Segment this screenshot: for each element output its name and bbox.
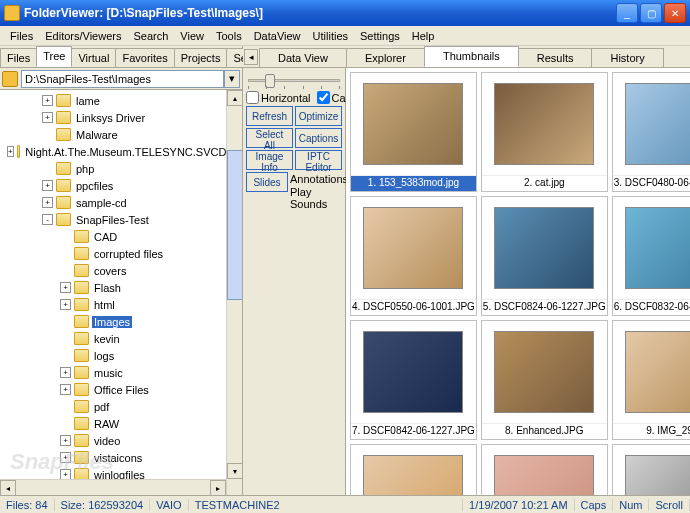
thumbnail-image xyxy=(363,207,463,289)
expander-icon[interactable]: - xyxy=(42,214,53,225)
scroll-right-button[interactable]: ▸ xyxy=(210,480,226,495)
expander-icon[interactable]: + xyxy=(42,112,53,123)
path-dropdown[interactable]: ▾ xyxy=(224,70,240,88)
captions-checkbox[interactable] xyxy=(317,91,330,104)
left-tab-projects[interactable]: Projects xyxy=(174,48,228,67)
menu-editorsviewers[interactable]: Editors/Viewers xyxy=(39,28,127,44)
menu-dataview[interactable]: DataView xyxy=(248,28,307,44)
left-tab-favorites[interactable]: Favorites xyxy=(115,48,174,67)
tree-node[interactable]: kevin xyxy=(2,330,240,347)
tree-node[interactable]: +Flash xyxy=(2,279,240,296)
tree-node[interactable]: CAD xyxy=(2,228,240,245)
tree-node[interactable]: +music xyxy=(2,364,240,381)
left-tab-tree[interactable]: Tree xyxy=(36,46,72,67)
right-tab-thumbnails[interactable]: Thumbnails xyxy=(424,46,519,67)
menu-bar: FilesEditors/ViewersSearchViewToolsDataV… xyxy=(0,26,690,46)
select-all-button[interactable]: Select All xyxy=(246,128,293,148)
status-num: Num xyxy=(613,499,649,511)
expander-icon[interactable]: + xyxy=(42,180,53,191)
thumbnail[interactable]: 5. DSCF0824-06-1227.JPG xyxy=(481,196,608,316)
slides-button[interactable]: Slides xyxy=(246,172,288,192)
folder-icon xyxy=(74,383,89,396)
thumbnail[interactable]: 8. Enhanced.JPG xyxy=(481,320,608,440)
tree-node[interactable]: Malware xyxy=(2,126,240,143)
thumbnail[interactable]: 4. DSCF0550-06-1001.JPG xyxy=(350,196,477,316)
maximize-button[interactable]: ▢ xyxy=(640,3,662,23)
thumbnail[interactable]: 7. DSCF0842-06-1227.JPG xyxy=(350,320,477,440)
minimize-button[interactable]: _ xyxy=(616,3,638,23)
menu-search[interactable]: Search xyxy=(127,28,174,44)
folder-icon xyxy=(74,349,89,362)
thumbnail[interactable]: 2. cat.jpg xyxy=(481,72,608,192)
tree-node[interactable]: RAW xyxy=(2,415,240,432)
tree-label: lame xyxy=(74,95,102,107)
optimize-button[interactable]: Optimize xyxy=(295,106,342,126)
tree-node[interactable]: Images xyxy=(2,313,240,330)
expander-icon[interactable]: + xyxy=(60,282,71,293)
tree-node[interactable]: +Night.At.The.Museum.TELESYNC.SVCD-C xyxy=(2,143,240,160)
expander-icon[interactable]: + xyxy=(7,146,14,157)
scroll-down-button[interactable]: ▾ xyxy=(227,463,242,479)
tree-hscrollbar[interactable]: ◂ ▸ xyxy=(0,479,226,495)
captions-button[interactable]: Captions xyxy=(295,128,342,148)
expander-icon[interactable]: + xyxy=(60,435,71,446)
tree-node[interactable]: +ppcfiles xyxy=(2,177,240,194)
right-tab-dataview[interactable]: Data View xyxy=(259,48,347,67)
horizontal-checkbox[interactable] xyxy=(246,91,259,104)
menu-help[interactable]: Help xyxy=(406,28,441,44)
tree-node[interactable]: +sample-cd xyxy=(2,194,240,211)
scroll-thumb[interactable] xyxy=(227,150,242,300)
tab-prev-button[interactable]: ◂ xyxy=(244,49,258,65)
menu-utilities[interactable]: Utilities xyxy=(307,28,354,44)
image-info-button[interactable]: Image Info xyxy=(246,150,293,170)
scroll-up-button[interactable]: ▴ xyxy=(227,90,242,106)
thumbnail-caption: 8. Enhanced.JPG xyxy=(482,423,607,439)
thumbnail[interactable]: 12. IMG_3915_sketch.JPG xyxy=(612,444,690,495)
thumbnail[interactable]: 1. 153_5383mod.jpg xyxy=(350,72,477,192)
thumbnail[interactable]: 9. IMG_2955 xyxy=(612,320,690,440)
refresh-button[interactable]: Refresh xyxy=(246,106,293,126)
tree-node[interactable]: +html xyxy=(2,296,240,313)
status-caps: Caps xyxy=(575,499,614,511)
close-button[interactable]: ✕ xyxy=(664,3,686,23)
menu-files[interactable]: Files xyxy=(4,28,39,44)
menu-tools[interactable]: Tools xyxy=(210,28,248,44)
tree-node[interactable]: pdf xyxy=(2,398,240,415)
size-slider[interactable] xyxy=(246,71,342,89)
tree-node[interactable]: +lame xyxy=(2,92,240,109)
expander-icon[interactable]: + xyxy=(42,197,53,208)
tree-scrollbar[interactable]: ▴ ▾ xyxy=(226,90,242,495)
thumbnail[interactable]: 10. IMG_2958.jpg xyxy=(350,444,477,495)
right-tab-history[interactable]: History xyxy=(591,48,663,67)
thumbnail-caption: 2. cat.jpg xyxy=(482,175,607,191)
menu-view[interactable]: View xyxy=(174,28,210,44)
right-tab-explorer[interactable]: Explorer xyxy=(346,48,425,67)
thumbnail[interactable]: 6. DSCF0832-06-1227.JPG xyxy=(612,196,690,316)
thumbnail-caption: 7. DSCF0842-06-1227.JPG xyxy=(351,423,476,439)
folder-icon xyxy=(74,400,89,413)
expander-icon[interactable]: + xyxy=(60,299,71,310)
tree-node[interactable]: php xyxy=(2,160,240,177)
tree-node[interactable]: covers xyxy=(2,262,240,279)
left-tab-virtual[interactable]: Virtual xyxy=(71,48,116,67)
tree-node[interactable]: +video xyxy=(2,432,240,449)
left-tab-files[interactable]: Files xyxy=(0,48,37,67)
path-input[interactable] xyxy=(21,70,224,88)
tree-label: CAD xyxy=(92,231,119,243)
tree-node[interactable]: corrupted files xyxy=(2,245,240,262)
expander-icon[interactable]: + xyxy=(60,367,71,378)
tree-node[interactable]: +Linksys Driver xyxy=(2,109,240,126)
iptc-editor-button[interactable]: IPTC Editor xyxy=(295,150,342,170)
folder-icon xyxy=(56,179,71,192)
scroll-left-button[interactable]: ◂ xyxy=(0,480,16,495)
tree-label: html xyxy=(92,299,117,311)
expander-icon[interactable]: + xyxy=(60,384,71,395)
tree-node[interactable]: -SnapFiles-Test xyxy=(2,211,240,228)
expander-icon[interactable]: + xyxy=(42,95,53,106)
thumbnail[interactable]: 3. DSCF0480-06-0903.JPG xyxy=(612,72,690,192)
right-tab-results[interactable]: Results xyxy=(518,48,593,67)
menu-settings[interactable]: Settings xyxy=(354,28,406,44)
thumbnail[interactable]: 11. IMG_3915.JPG xyxy=(481,444,608,495)
tree-node[interactable]: logs xyxy=(2,347,240,364)
tree-node[interactable]: +Office Files xyxy=(2,381,240,398)
